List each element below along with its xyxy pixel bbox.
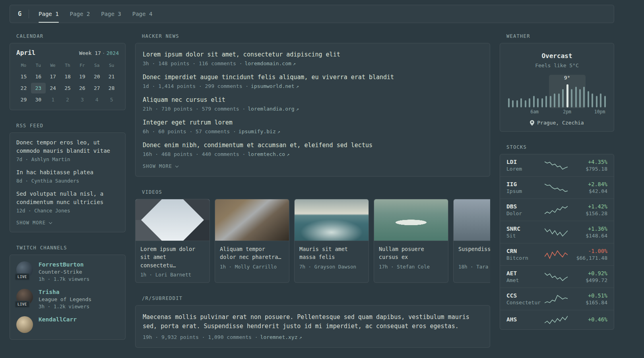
stock-sparkline bbox=[545, 315, 568, 325]
calendar-weekday-header: Th bbox=[60, 60, 75, 70]
stock-change: +0.51% bbox=[572, 292, 607, 299]
show-more-label: SHOW MORE bbox=[16, 220, 46, 226]
calendar-day[interactable]: 5 bbox=[104, 94, 119, 105]
calendar-day[interactable]: 17 bbox=[46, 71, 60, 82]
tab-page-1[interactable]: Page 1 bbox=[39, 5, 59, 23]
stock-row[interactable]: LDI Lorem +4.35% $795.18 bbox=[500, 154, 614, 176]
tab-page-3[interactable]: Page 3 bbox=[101, 5, 121, 23]
rss-show-more-button[interactable]: SHOW MORE bbox=[16, 220, 52, 226]
stock-row[interactable]: CRN Bitcorn -1.00% $66,171.48 bbox=[500, 243, 614, 265]
calendar-day[interactable]: 20 bbox=[89, 71, 104, 82]
calendar-day[interactable]: 26 bbox=[75, 83, 89, 93]
weather-hour-bar bbox=[596, 96, 597, 107]
stock-row[interactable]: DBS Dolor +1.42% $156.28 bbox=[500, 198, 614, 221]
calendar-day[interactable]: 28 bbox=[104, 83, 119, 93]
stock-ticker: AHS bbox=[506, 316, 540, 323]
video-thumbnail[interactable] bbox=[215, 199, 289, 241]
video-thumbnail[interactable] bbox=[374, 199, 448, 241]
calendar-current-day[interactable]: 23 bbox=[31, 83, 46, 93]
video-card[interactable]: Aliquam tempor dolor nec pharetra… 1h · … bbox=[215, 199, 289, 283]
external-link-icon: ↗ bbox=[287, 152, 289, 157]
calendar-day[interactable]: 15 bbox=[16, 71, 31, 82]
weather-hour-bar bbox=[571, 89, 572, 107]
news-domain-link[interactable]: ipsumify.biz↗ bbox=[239, 128, 280, 134]
calendar-day[interactable]: 22 bbox=[16, 83, 31, 93]
rss-item-title-link[interactable]: Donec tempor eros leo, ut commodo mauris… bbox=[16, 138, 119, 155]
calendar-day[interactable]: 30 bbox=[31, 94, 46, 105]
stock-row[interactable]: AHS +0.46% bbox=[500, 310, 614, 329]
weather-location[interactable]: Prague, Czechia bbox=[506, 120, 607, 126]
weather-x-labels: 6am2pm10pm bbox=[508, 109, 606, 115]
video-thumbnail[interactable] bbox=[454, 199, 490, 241]
twitch-channel[interactable]: LIVE ForrestBurton Counter-Strike 1h · 1… bbox=[16, 261, 119, 282]
rss-item-meta: 7d · Ashlyn Martin bbox=[16, 156, 119, 162]
rss-item-title-link[interactable]: Sed volutpat nulla nisl, a condimentum n… bbox=[16, 190, 119, 206]
tab-page-2[interactable]: Page 2 bbox=[70, 5, 90, 23]
calendar-day[interactable]: 21 bbox=[104, 71, 119, 82]
news-title-link[interactable]: Lorem ipsum dolor sit amet, consectetur … bbox=[143, 51, 483, 59]
calendar-day[interactable]: 19 bbox=[75, 71, 89, 82]
stock-values: -1.00% $66,171.48 bbox=[572, 248, 607, 261]
news-title-link[interactable]: Donec imperdiet augue tincidunt felis al… bbox=[143, 73, 483, 82]
video-title[interactable]: Aliquam tempor dolor nec pharetra… bbox=[220, 245, 284, 261]
news-domain-link[interactable]: loremtech.co↗ bbox=[248, 151, 289, 157]
rss-item-title-link[interactable]: In hac habitasse platea bbox=[16, 168, 119, 177]
stock-price: $66,171.48 bbox=[572, 255, 607, 261]
video-card[interactable]: Lorem ipsum dolor sit amet consectetu… 1… bbox=[135, 199, 210, 283]
stock-row[interactable]: IIG Ipsum +2.84% $42.04 bbox=[500, 176, 614, 198]
stock-sparkline bbox=[545, 160, 568, 171]
weather-hour-bar bbox=[562, 89, 564, 107]
stock-row[interactable]: CCS Consectetur +0.51% $165.84 bbox=[500, 288, 614, 310]
calendar-day[interactable]: 1 bbox=[46, 94, 60, 105]
calendar-day[interactable]: 29 bbox=[16, 94, 31, 105]
calendar-day[interactable]: 24 bbox=[46, 83, 60, 93]
rss-item: Sed volutpat nulla nisl, a condimentum n… bbox=[16, 190, 119, 214]
news-domain-link[interactable]: ipsumworld.net↗ bbox=[251, 83, 299, 89]
video-card[interactable]: Mauris sit amet massa felis 7h · Grayson… bbox=[294, 199, 369, 283]
news-title-link[interactable]: Aliquam nec cursus elit bbox=[143, 96, 483, 104]
tab-page-4[interactable]: Page 4 bbox=[132, 5, 153, 23]
calendar-day[interactable]: 18 bbox=[60, 71, 75, 82]
stock-price: $156.28 bbox=[572, 210, 607, 216]
twitch-channel[interactable]: LIVE Trisha League of Legends 3h · 1.2k … bbox=[16, 289, 119, 309]
video-title[interactable]: Suspendisse diam bbox=[458, 245, 490, 261]
hackernews-section-title: HACKER NEWS bbox=[142, 33, 490, 39]
hackernews-show-more-button[interactable]: SHOW MORE bbox=[143, 163, 178, 169]
calendar-day[interactable]: 2 bbox=[60, 94, 75, 105]
subreddit-post-title-link[interactable]: Maecenas mollis pulvinar erat non posuer… bbox=[143, 313, 469, 330]
stock-row[interactable]: SNRC Sit +1.36% $148.64 bbox=[500, 221, 614, 243]
location-pin-icon bbox=[530, 120, 534, 126]
app-logo[interactable]: G bbox=[18, 10, 29, 18]
calendar-day[interactable]: 16 bbox=[31, 71, 46, 82]
twitch-channel[interactable]: KendallCarr bbox=[16, 316, 119, 333]
stock-name: Bitcorn bbox=[506, 255, 540, 261]
stock-sparkline bbox=[545, 249, 568, 260]
stock-row[interactable]: AET Amet +0.92% $499.72 bbox=[500, 265, 614, 288]
news-domain-link[interactable]: loremlandia.org↗ bbox=[248, 106, 299, 112]
video-card[interactable]: Nullam posuere cursus ex 17h · Stefan Co… bbox=[374, 199, 448, 283]
video-thumbnail[interactable] bbox=[295, 199, 369, 241]
video-title[interactable]: Nullam posuere cursus ex bbox=[379, 245, 443, 261]
stock-price: $499.72 bbox=[572, 277, 607, 283]
post-domain-link[interactable]: loremnet.xyz↗ bbox=[260, 334, 302, 340]
video-title[interactable]: Lorem ipsum dolor sit amet consectetu… bbox=[140, 245, 205, 269]
calendar-day[interactable]: 25 bbox=[60, 83, 75, 93]
left-column: CALENDAR April Week 17·2024 MoTuWeThFrSa… bbox=[10, 33, 126, 340]
video-card[interactable]: Suspendisse diam 18h · Tara bbox=[453, 199, 490, 283]
news-title-link[interactable]: Donec enim nibh, condimentum et accumsan… bbox=[143, 141, 483, 150]
video-thumbnail[interactable] bbox=[136, 199, 209, 241]
video-title[interactable]: Mauris sit amet massa felis bbox=[299, 245, 364, 261]
news-domain-link[interactable]: loremdomain.com↗ bbox=[244, 60, 296, 66]
channel-name[interactable]: Trisha bbox=[39, 289, 91, 295]
channel-name[interactable]: KendallCarr bbox=[39, 316, 77, 323]
calendar-day[interactable]: 3 bbox=[75, 94, 89, 105]
channel-name[interactable]: ForrestBurton bbox=[39, 261, 89, 268]
calendar-day[interactable]: 4 bbox=[89, 94, 104, 105]
weather-x-tick: 6am bbox=[530, 109, 539, 115]
stock-identity: AHS bbox=[506, 316, 540, 323]
calendar-day[interactable]: 27 bbox=[89, 83, 104, 93]
weather-hour-bar bbox=[579, 89, 581, 107]
weather-hour-bar bbox=[520, 98, 522, 107]
news-title-link[interactable]: Integer eget rutrum lorem bbox=[143, 119, 483, 127]
weather-hour-bar bbox=[600, 93, 601, 107]
